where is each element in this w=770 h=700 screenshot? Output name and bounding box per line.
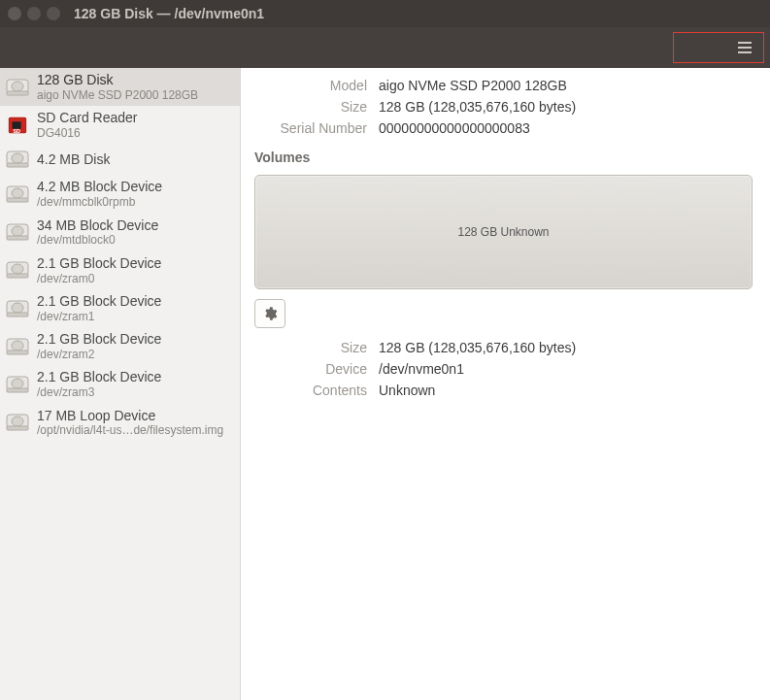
serial-label: Serial Number [241, 120, 367, 136]
device-item[interactable]: 2.1 GB Block Device/dev/zram2 [0, 327, 240, 365]
device-sub: /dev/zram3 [37, 385, 161, 399]
device-item[interactable]: 2.1 GB Block Device/dev/zram1 [0, 289, 240, 327]
close-window-icon[interactable] [8, 7, 21, 20]
volume-options-button[interactable] [254, 299, 285, 328]
volumes-heading: Volumes [254, 150, 753, 165]
device-sub: /dev/zram0 [37, 272, 161, 285]
sd-card-icon: SD [6, 114, 29, 137]
drive-icon [6, 76, 29, 99]
model-label: Model [241, 78, 367, 93]
device-sub: /dev/mmcblk0rpmb [37, 195, 162, 209]
svg-point-29 [12, 417, 23, 426]
device-name: 2.1 GB Block Device [37, 255, 161, 272]
svg-point-23 [12, 341, 23, 350]
vol-contents-label: Contents [241, 383, 367, 398]
drive-icon [6, 183, 29, 206]
svg-rect-18 [7, 274, 28, 278]
svg-point-14 [12, 226, 23, 236]
highlight-box [673, 32, 764, 63]
device-sub: /dev/zram1 [37, 310, 161, 323]
device-name: 34 MB Block Device [37, 217, 158, 234]
device-sub: DG4016 [37, 126, 138, 140]
svg-rect-12 [7, 198, 28, 202]
vol-size-value: 128 GB (128,035,676,160 bytes) [379, 340, 753, 355]
device-sidebar: 128 GB Diskaigo NVMe SSD P2000 128GBSDSD… [0, 68, 241, 700]
vol-size-label: Size [241, 340, 367, 355]
toolbar [0, 27, 770, 68]
device-name: 4.2 MB Block Device [37, 179, 162, 195]
window-title: 128 GB Disk — /dev/nvme0n1 [74, 6, 264, 21]
main-panel: Model aigo NVMe SSD P2000 128GB Size 128… [241, 68, 770, 700]
svg-point-20 [12, 303, 23, 313]
vol-device-label: Device [241, 361, 367, 377]
device-item[interactable]: 128 GB Diskaigo NVMe SSD P2000 128GB [0, 68, 240, 106]
drive-icon [6, 373, 29, 396]
hamburger-icon [738, 42, 752, 44]
device-name: 4.2 MB Disk [37, 151, 110, 168]
svg-rect-9 [7, 163, 28, 167]
device-item[interactable]: SDSD Card ReaderDG4016 [0, 106, 240, 144]
device-item[interactable]: 4.2 MB Disk [0, 144, 240, 175]
device-item[interactable]: 4.2 MB Block Device/dev/mmcblk0rpmb [0, 175, 240, 213]
device-name: 17 MB Loop Device [37, 408, 223, 424]
device-name: SD Card Reader [37, 110, 138, 126]
drive-icon [6, 220, 29, 244]
drive-icon [6, 148, 29, 171]
device-name: 128 GB Disk [37, 72, 198, 88]
device-name: 2.1 GB Block Device [37, 293, 161, 310]
drive-icon [6, 297, 29, 320]
svg-rect-24 [7, 350, 28, 354]
device-item[interactable]: 2.1 GB Block Device/dev/zram0 [0, 251, 240, 289]
device-sub: /opt/nvidia/l4t-us…de/filesystem.img [37, 423, 223, 437]
svg-rect-15 [7, 236, 28, 240]
drive-icon [6, 258, 29, 282]
svg-rect-30 [7, 426, 28, 430]
svg-point-1 [12, 82, 23, 91]
serial-value: 00000000000000000083 [379, 120, 753, 136]
svg-rect-21 [7, 313, 28, 317]
device-sub: /dev/mtdblock0 [37, 233, 158, 247]
device-sub: aigo NVMe SSD P2000 128GB [37, 88, 198, 102]
svg-point-11 [12, 188, 23, 198]
size-label: Size [241, 99, 367, 115]
svg-point-26 [12, 379, 23, 388]
vol-contents-value: Unknown [379, 383, 753, 398]
drive-icon [6, 335, 29, 358]
svg-rect-27 [7, 388, 28, 392]
vol-device-value: /dev/nvme0n1 [379, 361, 753, 377]
device-item[interactable]: 17 MB Loop Device/opt/nvidia/l4t-us…de/f… [0, 404, 240, 442]
device-item[interactable]: 34 MB Block Device/dev/mtdblock0 [0, 214, 240, 251]
volume-block[interactable]: 128 GB Unknown [254, 175, 753, 289]
device-sub: /dev/zram2 [37, 348, 161, 361]
svg-rect-2 [7, 91, 28, 95]
device-name: 2.1 GB Block Device [37, 369, 161, 385]
maximize-window-icon[interactable] [47, 7, 60, 20]
device-name: 2.1 GB Block Device [37, 331, 161, 348]
hamburger-menu-button[interactable] [734, 37, 755, 58]
titlebar: 128 GB Disk — /dev/nvme0n1 [0, 0, 770, 27]
volume-block-label: 128 GB Unknown [457, 225, 549, 239]
svg-point-17 [12, 264, 23, 274]
drive-icon [6, 411, 29, 434]
minimize-window-icon[interactable] [27, 7, 41, 20]
svg-text:SD: SD [13, 128, 20, 134]
gear-icon [262, 306, 278, 321]
svg-point-8 [12, 153, 23, 163]
model-value: aigo NVMe SSD P2000 128GB [379, 78, 753, 93]
size-value: 128 GB (128,035,676,160 bytes) [379, 99, 753, 115]
device-item[interactable]: 2.1 GB Block Device/dev/zram3 [0, 365, 240, 403]
